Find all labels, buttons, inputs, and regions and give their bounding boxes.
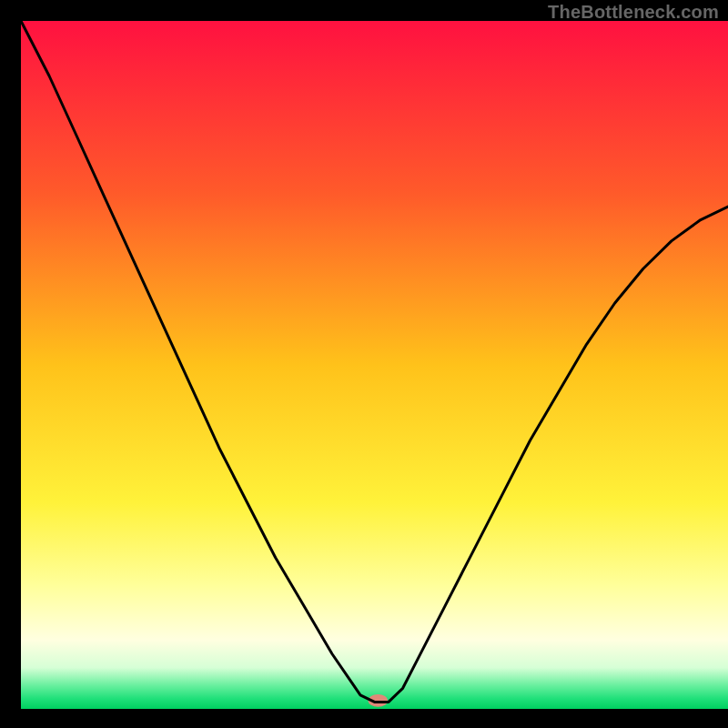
bottleneck-chart [0, 0, 728, 728]
chart-frame: TheBottleneck.com [0, 0, 728, 728]
watermark-text: TheBottleneck.com [548, 2, 719, 23]
chart-gradient-bg [21, 21, 728, 709]
